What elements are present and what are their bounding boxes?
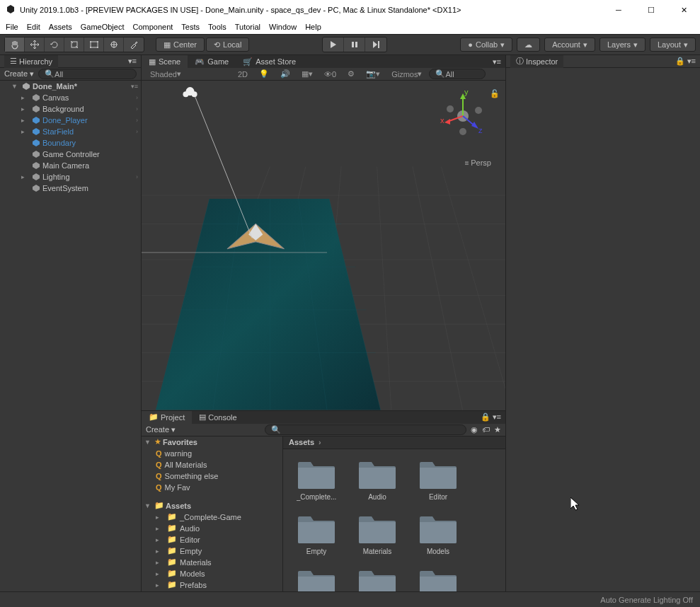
hierarchy-item[interactable]: Boundary xyxy=(0,137,141,149)
layout-dropdown[interactable]: Layout▾ xyxy=(650,37,696,52)
expand-toggle[interactable]: ▸ xyxy=(21,94,30,101)
expand-toggle[interactable]: ▸ xyxy=(21,128,30,135)
tab-console[interactable]: ▤Console xyxy=(192,411,243,424)
menu-component[interactable]: Component xyxy=(132,23,173,31)
scene-menu-icon[interactable]: ▾≡ xyxy=(131,83,138,90)
expand-toggle[interactable]: ▸ xyxy=(156,559,164,566)
camera-toggle[interactable]: 📷▾ xyxy=(362,69,384,80)
expand-toggle[interactable]: ▸ xyxy=(156,514,164,521)
hand-tool-button[interactable] xyxy=(5,37,25,52)
folder-item[interactable]: ▸📁Prefabs xyxy=(142,579,282,591)
expand-toggle[interactable]: ▸ xyxy=(21,117,30,124)
menu-help[interactable]: Help xyxy=(305,23,321,31)
expand-toggle[interactable]: ▼ xyxy=(11,83,20,90)
scene-viewport[interactable]: y x z xyxy=(142,81,505,410)
asset-folder[interactable]: Models xyxy=(413,512,463,555)
favorite-item[interactable]: QSomething else xyxy=(142,470,282,482)
asset-folder[interactable]: _Complete... xyxy=(292,458,341,501)
minimize-button[interactable]: ─ xyxy=(608,3,629,17)
favorites-header[interactable]: ▼★Favorites xyxy=(142,437,282,448)
panel-menu-icon[interactable]: ▾≡ xyxy=(488,57,505,67)
audio-toggle[interactable]: 🔊 xyxy=(276,69,294,80)
hierarchy-item[interactable]: ▸StarField› xyxy=(0,126,141,137)
asset-folder[interactable]: Prefabs xyxy=(292,567,341,591)
asset-folder[interactable]: Materials xyxy=(352,512,402,555)
rotate-tool-button[interactable] xyxy=(45,37,64,52)
menu-tests[interactable]: Tests xyxy=(181,23,200,31)
panel-menu-icon[interactable]: ▾≡ xyxy=(128,57,137,66)
tab-scene[interactable]: ▦Scene xyxy=(142,55,188,68)
menu-edit[interactable]: Edit xyxy=(27,23,40,31)
tab-project[interactable]: 📁Project xyxy=(142,411,192,424)
asset-folder[interactable]: Editor xyxy=(413,458,463,501)
grid-toggle[interactable]: ⚙ xyxy=(343,69,359,80)
hierarchy-item[interactable]: ▸Done_Player› xyxy=(0,115,141,126)
menu-tutorial[interactable]: Tutorial xyxy=(235,23,260,31)
asset-folder[interactable]: Textures xyxy=(413,567,463,591)
scale-tool-button[interactable] xyxy=(64,37,84,52)
hierarchy-search[interactable]: 🔍All xyxy=(38,69,137,79)
folder-item[interactable]: ▸📁Models xyxy=(142,568,282,579)
asset-folder[interactable]: Empty xyxy=(292,512,341,555)
collab-dropdown[interactable]: ●Collab▾ xyxy=(460,37,512,52)
step-button[interactable] xyxy=(365,37,386,52)
menu-tools[interactable]: Tools xyxy=(208,23,226,31)
favorite-item[interactable]: Qwarning xyxy=(142,448,282,459)
lighting-toggle[interactable]: 💡 xyxy=(255,69,273,80)
folder-item[interactable]: ▸📁Materials xyxy=(142,557,282,568)
maximize-button[interactable]: ☐ xyxy=(641,3,662,17)
lighting-status[interactable]: Auto Generate Lighting Off xyxy=(600,596,693,604)
expand-toggle[interactable]: ▸ xyxy=(156,548,164,555)
gizmos-dropdown[interactable]: Gizmos ▾ xyxy=(387,69,426,80)
menu-file[interactable]: File xyxy=(6,23,18,31)
2d-toggle[interactable]: 2D xyxy=(234,69,252,80)
hierarchy-item[interactable]: Main Camera xyxy=(0,160,141,171)
asset-folder[interactable]: Audio xyxy=(352,458,402,501)
expand-toggle[interactable]: ▸ xyxy=(156,525,164,532)
project-create-dropdown[interactable]: Create ▾ xyxy=(146,425,176,434)
label-icon[interactable]: 🏷 xyxy=(482,425,490,434)
close-button[interactable]: ✕ xyxy=(673,3,694,17)
tab-asset-store[interactable]: 🛒Asset Store xyxy=(236,55,303,68)
folder-item[interactable]: ▸📁Empty xyxy=(142,545,282,557)
favorite-item[interactable]: QAll Materials xyxy=(142,459,282,470)
shaded-dropdown[interactable]: Shaded ▾ xyxy=(146,69,185,80)
pivot-local-button[interactable]: ⟲Local xyxy=(206,37,249,52)
projection-label[interactable]: ≡ Persp xyxy=(465,158,491,167)
folder-item[interactable]: ▸📁_Complete-Game xyxy=(142,511,282,523)
cloud-button[interactable]: ☁ xyxy=(517,37,540,52)
breadcrumb[interactable]: Assets › xyxy=(283,437,505,449)
hierarchy-item[interactable]: ▸Canvas› xyxy=(0,92,141,103)
rect-tool-button[interactable] xyxy=(84,37,104,52)
lock-icon[interactable]: 🔒 ▾≡ xyxy=(476,412,505,422)
hierarchy-item[interactable]: ▸Lighting› xyxy=(0,171,141,183)
menu-gameobject[interactable]: GameObject xyxy=(81,23,125,31)
scene-root[interactable]: ▼ Done_Main* ▾≡ xyxy=(0,81,141,92)
folder-item[interactable]: ▸📁Audio xyxy=(142,523,282,534)
hidden-toggle[interactable]: 👁0 xyxy=(320,69,340,80)
pivot-center-button[interactable]: ▦Center xyxy=(156,37,205,52)
play-button[interactable] xyxy=(323,37,344,52)
expand-toggle[interactable]: ▸ xyxy=(21,173,30,180)
expand-toggle[interactable]: ▸ xyxy=(21,105,30,112)
expand-toggle[interactable]: ▸ xyxy=(156,582,164,589)
expand-toggle[interactable]: ▸ xyxy=(156,570,164,577)
lock-icon[interactable]: 🔓 xyxy=(490,89,500,98)
asset-folder[interactable]: Test xyxy=(352,567,402,591)
orientation-gizmo[interactable]: y x z xyxy=(435,88,491,144)
hierarchy-item[interactable]: ▸Background› xyxy=(0,103,141,115)
layers-dropdown[interactable]: Layers▾ xyxy=(599,37,646,52)
pause-button[interactable] xyxy=(344,37,365,52)
lock-icon[interactable]: 🔒 ▾≡ xyxy=(675,57,696,66)
move-tool-button[interactable] xyxy=(25,37,45,52)
hierarchy-item[interactable]: Game Controller xyxy=(0,149,141,160)
project-search[interactable]: 🔍 xyxy=(265,424,466,435)
filter-icon[interactable]: ◉ xyxy=(471,425,478,434)
fx-toggle[interactable]: ▦▾ xyxy=(297,69,317,80)
hierarchy-tab[interactable]: ☰Hierarchy xyxy=(4,55,58,68)
custom-tool-button[interactable] xyxy=(124,37,144,52)
transform-tool-button[interactable] xyxy=(104,37,124,52)
assets-header[interactable]: ▼📁Assets xyxy=(142,500,282,511)
favorite-item[interactable]: QMy Fav xyxy=(142,482,282,493)
create-dropdown[interactable]: Create ▾ xyxy=(4,69,34,79)
